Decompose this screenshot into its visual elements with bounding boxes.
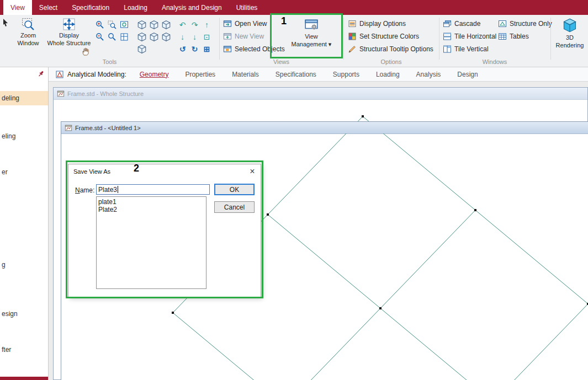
zoom-selection-icon [108,33,116,41]
tab-design[interactable]: Design [457,71,478,78]
tables-button[interactable]: Tables [498,32,529,41]
sidebar-item-4[interactable]: g [0,258,48,272]
view-name-input[interactable]: Plate3 [96,184,210,195]
open-view-icon [223,19,232,28]
structural-tooltip-options-label: Structural Tooltip Options [359,45,433,53]
view-management-label-1: View [305,33,318,40]
open-view-button[interactable]: Open View [223,19,267,28]
pan-hand-icon[interactable] [81,47,90,56]
zoom-region-button[interactable] [118,19,130,30]
zoom-window-label-2: Window [17,40,39,46]
saved-views-listbox[interactable]: plate1 Plate2 [96,196,206,289]
zoom-capture-button[interactable] [106,19,118,30]
cancel-button[interactable]: Cancel [214,201,255,213]
zoom-selection-button[interactable] [106,31,118,42]
view-name-value: Plate3 [98,186,117,194]
cube-icon [161,20,171,30]
tile-horizontal-label: Tile Horizontal [454,33,496,40]
spin-right-icon: ↻ [192,45,198,53]
spin-right-button[interactable]: ↻ [189,43,200,55]
close-icon[interactable]: × [244,164,261,179]
menu-tab-utilities[interactable]: Utilities [229,0,265,15]
sidebar-item-2[interactable]: eling [0,129,48,143]
set-structure-colors-label: Set Structure Colors [359,33,419,40]
view-iso-7-button[interactable] [136,43,147,55]
cube-icon [137,32,147,42]
rotate-left-button[interactable]: ↶ [177,19,188,30]
view-iso-5-button[interactable] [148,31,160,42]
name-label-rest: ame: [80,186,95,194]
rotate-left-icon: ↶ [179,21,186,29]
rotate-down-alt-button[interactable]: ↓ [189,31,200,42]
tab-geometry[interactable]: Geometry [140,71,169,78]
zoom-capture-icon [108,20,116,29]
view-iso-1-button[interactable] [136,19,147,30]
whole-structure-titlebar[interactable]: Frame.std - Whole Structure [54,88,587,100]
sidebar-item-1[interactable]: deling [0,91,48,105]
tab-supports[interactable]: Supports [333,71,359,78]
view-iso-4-button[interactable] [136,31,147,42]
pin-icon[interactable] [37,70,45,78]
rotate-right-button[interactable]: ↷ [189,19,200,30]
zoom-out-button[interactable] [94,31,105,42]
view-iso-2-button[interactable] [148,19,160,30]
menu-tab-analysis-and-design[interactable]: Analysis and Design [155,0,229,15]
untitled-view-titlebar[interactable]: Frame.std - <Untitled 1> [61,122,588,134]
list-item[interactable]: Plate2 [97,206,206,213]
dialog-titlebar[interactable]: Save View As × [68,164,261,179]
analytical-modeling-icon [55,70,64,79]
rotate-up-icon: ↑ [205,21,209,29]
set-structure-colors-button[interactable]: Set Structure Colors [348,32,419,41]
zoom-extent-box-button[interactable]: ⊡ [201,31,213,42]
tab-materials[interactable]: Materials [232,71,259,78]
menu-tab-loading[interactable]: Loading [116,0,155,15]
sidebar-item-6[interactable]: fter [0,342,48,357]
mode-bar: Analytical Modeling: Geometry Properties… [49,67,588,82]
list-item[interactable]: plate1 [97,198,206,206]
view-iso-6-button[interactable] [160,31,172,42]
view-management-label-2: Management ▾ [292,41,332,47]
new-view-button[interactable]: New View [223,32,264,41]
3d-rendering-button[interactable]: 3D Rendering [553,18,586,49]
sidebar-item-5[interactable]: esign [0,307,48,321]
menu-tab-view[interactable]: View [3,0,32,15]
save-view-as-dialog: Save View As × Name: Plate3 OK Cancel pl… [68,164,261,297]
tab-analysis[interactable]: Analysis [416,71,441,78]
tab-loading[interactable]: Loading [376,71,400,78]
view-iso-3-button[interactable] [160,19,172,30]
tab-specifications[interactable]: Specifications [276,71,316,78]
display-options-button[interactable]: Display Options [348,19,406,28]
rotate-up-button[interactable]: ↑ [201,19,213,30]
ribbon: Zoom Window Display Whole Structure ↶ ↷ … [0,15,588,67]
selected-objects-button[interactable]: Selected Objects [223,45,285,53]
cascade-button[interactable]: Cascade [443,19,480,28]
view-management-button[interactable]: View Management ▾ [287,18,336,47]
cube-icon [137,44,147,54]
spin-left-button[interactable]: ↺ [177,43,188,55]
sidebar-item-3[interactable]: er [0,165,48,179]
tile-vertical-icon [443,45,452,53]
structure-only-button[interactable]: Structure Only [498,19,552,28]
selection-cursor-icon[interactable] [1,18,10,27]
tile-vertical-button[interactable]: Tile Vertical [443,45,489,53]
3d-cube-icon [562,18,578,33]
tile-vertical-label: Tile Vertical [454,45,489,53]
rotate-down-button[interactable]: ↓ [177,31,188,42]
tables-label: Tables [510,33,529,40]
zoom-region-icon [120,20,129,29]
new-view-icon [223,32,232,41]
add-view-box-button[interactable]: ⊞ [201,43,213,55]
ok-button[interactable]: OK [214,184,255,195]
menu-tab-specification[interactable]: Specification [65,0,116,15]
rotate-down-alt-icon: ↓ [193,33,197,41]
rotate-right-icon: ↷ [192,21,198,29]
new-view-label: New View [235,33,264,40]
tile-horizontal-button[interactable]: Tile Horizontal [443,32,496,41]
zoom-previous-button[interactable] [118,31,130,42]
tab-properties[interactable]: Properties [185,71,215,78]
zoom-window-button[interactable]: Zoom Window [12,18,44,46]
menu-tab-select[interactable]: Select [32,0,65,15]
display-whole-structure-button[interactable]: Display Whole Structure [46,18,92,46]
zoom-in-button[interactable] [94,19,105,30]
structural-tooltip-options-button[interactable]: Structural Tooltip Options [348,45,433,53]
